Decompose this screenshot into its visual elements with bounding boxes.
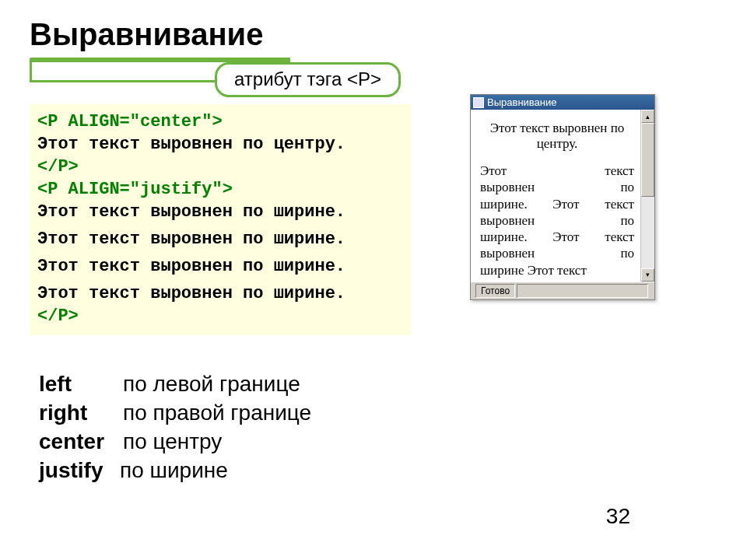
- definition-desc: по левой границе: [123, 370, 300, 399]
- justify-line: выровнен по: [480, 179, 634, 195]
- browser-title: Выравнивание: [487, 96, 556, 108]
- status-spacer: [517, 284, 648, 298]
- code-line: <P ALIGN="center">: [37, 110, 403, 133]
- code-line: </P>: [37, 305, 403, 327]
- definition-row: left по левой границе: [39, 370, 311, 399]
- justify-line: ширине. Этот текст: [480, 196, 634, 212]
- scroll-up-button[interactable]: ▴: [641, 110, 654, 123]
- definition-key: center: [39, 428, 123, 457]
- definition-key: right: [39, 399, 123, 428]
- code-line: </P>: [37, 156, 403, 178]
- justify-line: Этот текст: [480, 163, 634, 179]
- justify-line: выровнен по: [480, 212, 634, 229]
- justify-line: выровнен по: [480, 245, 634, 261]
- definition-row: justify по ширине: [39, 457, 311, 485]
- definition-key: left: [39, 370, 123, 399]
- scroll-thumb[interactable]: [641, 123, 654, 197]
- scrollbar[interactable]: ▴ ▾: [640, 110, 654, 282]
- browser-content: Этот текст выровнен по центру. Этот текс…: [471, 110, 640, 282]
- window-icon: [473, 97, 484, 108]
- code-line: Этот текст выровнен по ширине.: [37, 201, 403, 223]
- definitions-list: left по левой границе right по правой гр…: [39, 370, 311, 485]
- justified-paragraph: Этот текст выровнен по ширине. Этот текс…: [480, 163, 634, 278]
- page-title: Выравнивание: [30, 17, 263, 52]
- definition-desc: по центру: [123, 428, 222, 457]
- browser-statusbar: Готово: [471, 282, 654, 299]
- page-number: 32: [606, 504, 630, 529]
- connector-line: [30, 60, 32, 82]
- browser-preview: Выравнивание Этот текст выровнен по цент…: [470, 94, 655, 300]
- definition-row: right по правой границе: [39, 399, 311, 428]
- scroll-down-button[interactable]: ▾: [641, 268, 654, 282]
- code-line: Этот текст выровнен по ширине.: [37, 282, 403, 305]
- browser-titlebar: Выравнивание: [471, 95, 654, 110]
- justify-line: ширине Этот текст: [480, 262, 634, 278]
- scroll-track[interactable]: [641, 123, 654, 268]
- code-block: <P ALIGN="center"> Этот текст выровнен п…: [30, 104, 411, 335]
- definition-row: center по центру: [39, 428, 311, 457]
- status-text: Готово: [475, 284, 515, 298]
- code-line: Этот текст выровнен по центру.: [37, 133, 403, 156]
- definition-key: justify: [39, 457, 120, 485]
- definition-desc: по правой границе: [123, 399, 311, 428]
- connector-line-ext: [30, 80, 240, 82]
- code-line: <P ALIGN="justify">: [37, 178, 403, 201]
- code-line: Этот текст выровнен по ширине.: [37, 228, 403, 250]
- callout-label: атрибут тэга <P>: [215, 62, 401, 97]
- definition-desc: по ширине: [120, 457, 228, 485]
- centered-paragraph: Этот текст выровнен по центру.: [480, 121, 634, 152]
- code-line: Этот текст выровнен по ширине.: [37, 255, 403, 278]
- justify-line: ширине. Этот текст: [480, 229, 634, 245]
